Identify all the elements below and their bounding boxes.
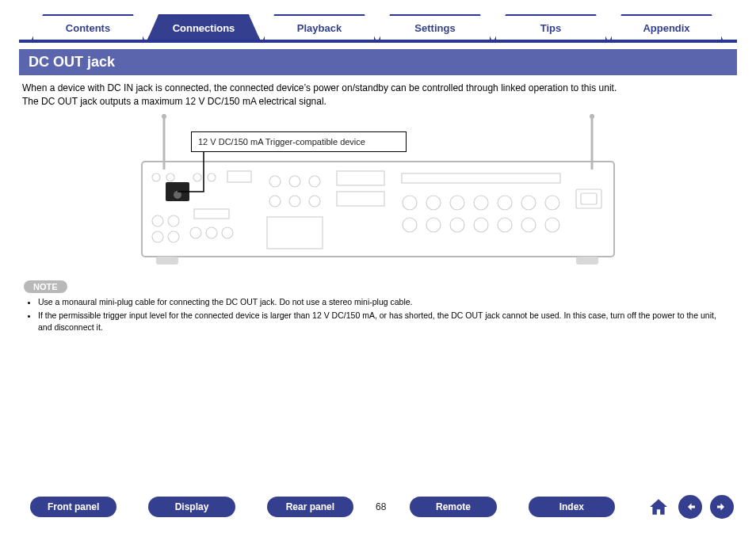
svg-point-19 (190, 227, 201, 238)
svg-point-23 (289, 176, 300, 187)
page-number: 68 (376, 501, 386, 512)
note-item-2: If the permissible trigger input level f… (38, 310, 732, 333)
svg-point-18 (168, 231, 179, 242)
nav-display[interactable]: Display (148, 497, 235, 517)
svg-point-10 (166, 173, 174, 181)
svg-point-21 (222, 227, 233, 238)
svg-point-44 (545, 196, 559, 210)
nav-remote[interactable]: Remote (410, 497, 496, 517)
svg-point-41 (498, 218, 512, 232)
svg-rect-47 (581, 193, 597, 204)
nav-front-panel[interactable]: Front panel (30, 497, 116, 517)
svg-rect-5 (156, 257, 178, 265)
intro-line-1: When a device with DC IN jack is connect… (22, 82, 617, 93)
nav-index[interactable]: Index (529, 497, 615, 517)
svg-point-43 (521, 218, 536, 232)
svg-point-16 (168, 215, 179, 227)
home-icon[interactable] (647, 495, 670, 519)
svg-rect-6 (576, 257, 598, 265)
svg-point-11 (193, 173, 201, 181)
note-label: NOTE (24, 280, 67, 293)
svg-point-37 (450, 218, 464, 232)
tab-tips[interactable]: Tips (494, 14, 607, 40)
svg-point-38 (474, 196, 488, 210)
svg-point-39 (474, 218, 488, 232)
svg-point-12 (208, 173, 216, 181)
svg-point-9 (152, 173, 160, 181)
svg-point-27 (309, 196, 320, 207)
diagram-callout: 12 V DC/150 mA Trigger-compatible device (191, 131, 407, 152)
svg-point-20 (206, 227, 217, 238)
svg-point-42 (521, 196, 536, 210)
svg-rect-30 (337, 192, 384, 206)
svg-point-32 (403, 196, 417, 210)
svg-point-15 (152, 215, 163, 227)
svg-point-24 (309, 176, 320, 187)
svg-point-45 (545, 218, 559, 232)
section-title: DC OUT jack (19, 49, 737, 75)
svg-point-34 (426, 196, 441, 210)
top-tabs: Contents Connections Playback Settings T… (19, 14, 737, 43)
svg-point-22 (269, 176, 281, 187)
arrow-right-icon[interactable] (710, 495, 734, 519)
tab-appendix[interactable]: Appendix (610, 14, 723, 40)
svg-rect-13 (227, 171, 251, 182)
rear-panel-diagram: 12 V DC/150 mA Trigger-compatible device (132, 114, 624, 272)
svg-point-36 (450, 196, 464, 210)
svg-rect-29 (337, 171, 384, 185)
note-list: Use a monaural mini-plug cable for conne… (27, 296, 732, 334)
svg-point-25 (269, 196, 281, 207)
svg-rect-49 (717, 506, 721, 508)
svg-point-17 (152, 231, 163, 242)
svg-rect-14 (194, 209, 229, 219)
svg-rect-48 (691, 506, 695, 508)
note-item-1: Use a monaural mini-plug cable for conne… (38, 296, 732, 308)
svg-point-40 (498, 196, 512, 210)
tab-contents[interactable]: Contents (32, 14, 144, 40)
bottom-nav: Front panel Display Rear panel 68 Remote… (0, 495, 756, 519)
svg-rect-28 (267, 217, 323, 249)
svg-point-33 (403, 218, 417, 232)
svg-point-2 (162, 114, 166, 119)
tab-playback[interactable]: Playback (263, 14, 376, 40)
arrow-left-icon[interactable] (678, 495, 702, 519)
tab-settings[interactable]: Settings (379, 14, 491, 40)
intro-line-2: The DC OUT jack outputs a maximum 12 V D… (22, 96, 326, 107)
intro-text: When a device with DC IN jack is connect… (22, 82, 734, 109)
tab-connections[interactable]: Connections (147, 14, 260, 40)
svg-rect-31 (402, 173, 560, 183)
svg-point-26 (289, 196, 300, 207)
nav-rear-panel[interactable]: Rear panel (267, 497, 353, 517)
svg-rect-46 (576, 189, 601, 208)
svg-point-35 (426, 218, 441, 232)
svg-point-3 (590, 114, 594, 119)
